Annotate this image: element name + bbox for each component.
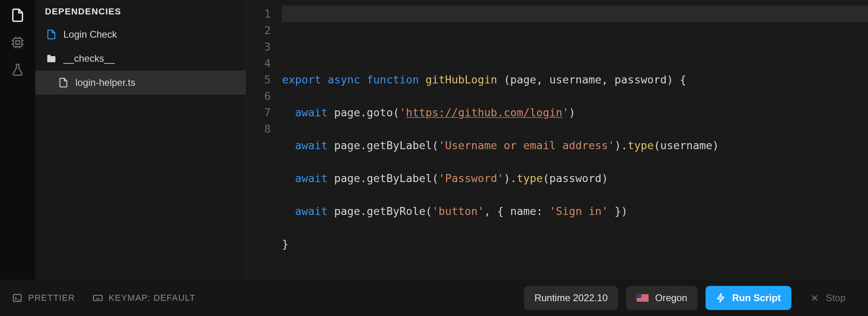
sidebar-header: DEPENDENCIES [35,0,245,22]
runtime-selector[interactable]: Runtime 2022.10 [524,286,618,310]
stop-button[interactable]: Stop [799,286,856,310]
svg-rect-3 [93,296,102,301]
sidebar-item-login-check[interactable]: Login Check [35,22,245,47]
files-icon[interactable] [10,7,26,23]
run-script-button[interactable]: Run Script [706,286,791,310]
folder-icon [46,53,57,64]
region-selector[interactable]: Oregon [626,286,698,310]
file-icon [46,29,57,40]
sidebar-item-label: __checks__ [63,53,115,64]
sidebar: DEPENDENCIES Login Check __checks__ logi… [35,0,246,280]
prettier-status[interactable]: PRETTIER [12,293,75,303]
flask-icon[interactable] [10,62,26,78]
code-area[interactable]: export async function gitHubLogin (page,… [282,6,868,280]
activity-bar [0,0,35,280]
sidebar-item-label: login-helper.ts [75,77,135,88]
keymap-status[interactable]: KEYMAP: DEFAULT [93,293,195,303]
svg-rect-0 [14,38,22,47]
code-editor[interactable]: 1 2 3 4 5 6 7 8 export async function gi… [246,0,868,280]
line-gutter: 1 2 3 4 5 6 7 8 [246,6,282,280]
svg-rect-2 [13,294,21,301]
sidebar-item-checks-folder[interactable]: __checks__ [35,47,245,71]
sidebar-item-label: Login Check [63,29,117,40]
status-bar: PRETTIER KEYMAP: DEFAULT Runtime 2022.10… [0,280,868,316]
file-icon [58,77,69,88]
svg-rect-1 [16,41,20,45]
us-flag-icon [637,294,649,302]
chip-icon[interactable] [10,34,26,51]
sidebar-item-login-helper[interactable]: login-helper.ts [35,71,245,95]
